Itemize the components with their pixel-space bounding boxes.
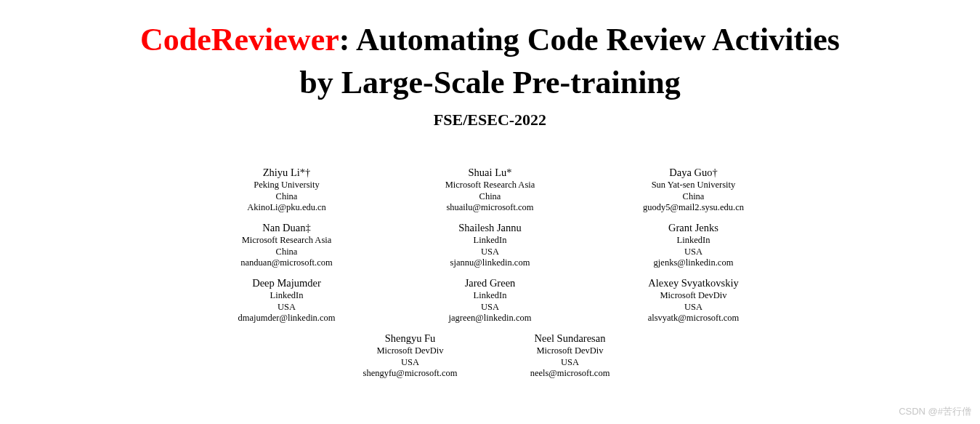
author-email: jagreen@linkedin.com: [389, 313, 592, 324]
watermark: CSDN @#苦行僧: [899, 405, 971, 418]
author: Deep Majumder LinkedIn USA dmajumder@lin…: [185, 276, 389, 324]
author-email: sjannu@linkedin.com: [389, 257, 592, 269]
author-affil: Microsoft Research Asia: [185, 235, 389, 247]
author-row: Zhiyu Li*† Peking University China Akino…: [178, 166, 803, 214]
author-country: China: [389, 191, 592, 203]
author-country: USA: [185, 302, 389, 313]
author-email: shuailu@microsoft.com: [389, 202, 592, 214]
author-country: USA: [490, 357, 650, 369]
author-name: Nan Duan‡: [185, 221, 389, 234]
author-affil: Microsoft DevDiv: [331, 345, 490, 357]
authors-block: Zhiyu Li*† Peking University China Akino…: [178, 166, 803, 380]
author-affil: Microsoft DevDiv: [490, 345, 650, 357]
author-row: Deep Majumder LinkedIn USA dmajumder@lin…: [178, 276, 803, 324]
author: Jared Green LinkedIn USA jagreen@linkedi…: [389, 276, 592, 324]
author-name: Neel Sundaresan: [490, 332, 650, 345]
author-country: USA: [389, 247, 592, 258]
title-rest-1: : Automating Code Review Activities: [339, 22, 840, 57]
author-email: dmajumder@linkedin.com: [185, 313, 389, 324]
author: Alexey Svyatkovskiy Microsoft DevDiv USA…: [592, 276, 795, 324]
author-affil: LinkedIn: [389, 235, 592, 247]
author-row: Shengyu Fu Microsoft DevDiv USA shengyfu…: [178, 332, 803, 380]
author-email: shengyfu@microsoft.com: [331, 368, 490, 380]
author-affil: Microsoft DevDiv: [592, 290, 795, 302]
author-row: Nan Duan‡ Microsoft Research Asia China …: [178, 221, 803, 269]
author-name: Grant Jenks: [592, 221, 795, 234]
author-email: guody5@mail2.sysu.edu.cn: [592, 202, 795, 214]
author-affil: LinkedIn: [389, 290, 592, 302]
author-affil: LinkedIn: [185, 290, 389, 302]
author-affil: Peking University: [185, 180, 389, 191]
author-country: China: [185, 191, 389, 203]
author-name: Jared Green: [389, 276, 592, 289]
author-name: Shengyu Fu: [331, 332, 490, 345]
title-block: CodeReviewer: Automating Code Review Act…: [0, 18, 980, 129]
author: Zhiyu Li*† Peking University China Akino…: [185, 166, 389, 214]
author-email: nanduan@microsoft.com: [185, 257, 389, 269]
author: Nan Duan‡ Microsoft Research Asia China …: [185, 221, 389, 269]
author-country: USA: [331, 357, 490, 369]
author-email: neels@microsoft.com: [490, 368, 650, 380]
author: Grant Jenks LinkedIn USA gjenks@linkedin…: [592, 221, 795, 269]
author-email: gjenks@linkedin.com: [592, 257, 795, 269]
author: Daya Guo† Sun Yat-sen University China g…: [592, 166, 795, 214]
author-name: Shuai Lu*: [389, 166, 592, 179]
author-affil: Sun Yat-sen University: [592, 180, 795, 191]
author-country: USA: [389, 302, 592, 313]
author: Shengyu Fu Microsoft DevDiv USA shengyfu…: [331, 332, 490, 380]
title-highlight: CodeReviewer: [140, 22, 339, 57]
author-email: alsvyatk@microsoft.com: [592, 313, 795, 324]
author-affil: LinkedIn: [592, 235, 795, 247]
title-line-1: CodeReviewer: Automating Code Review Act…: [0, 18, 980, 61]
author: Shailesh Jannu LinkedIn USA sjannu@linke…: [389, 221, 592, 269]
author-name: Zhiyu Li*†: [185, 166, 389, 179]
author-name: Alexey Svyatkovskiy: [592, 276, 795, 289]
author-name: Shailesh Jannu: [389, 221, 592, 234]
author-country: USA: [592, 247, 795, 258]
title-line-2: by Large-Scale Pre-training: [0, 61, 980, 104]
author-email: AkinoLi@pku.edu.cn: [185, 202, 389, 214]
venue: FSE/ESEC-2022: [0, 111, 980, 129]
author-country: USA: [592, 302, 795, 313]
author-name: Daya Guo†: [592, 166, 795, 179]
author: Neel Sundaresan Microsoft DevDiv USA nee…: [490, 332, 650, 380]
author-name: Deep Majumder: [185, 276, 389, 289]
author-affil: Microsoft Research Asia: [389, 180, 592, 191]
author-country: China: [185, 247, 389, 258]
author-country: China: [592, 191, 795, 203]
author: Shuai Lu* Microsoft Research Asia China …: [389, 166, 592, 214]
